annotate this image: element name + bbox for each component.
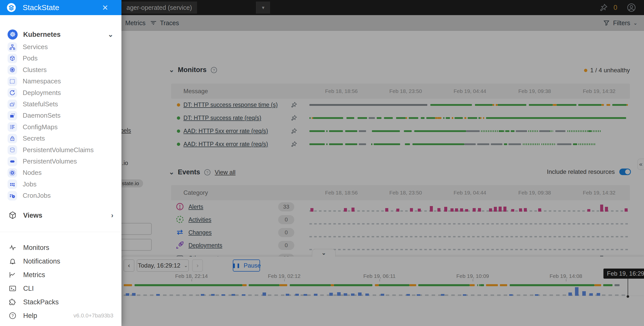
sidebar-item-label: Deployments	[23, 89, 61, 97]
views-cube-icon	[8, 210, 18, 220]
sidebar-item-label: Views	[23, 212, 42, 219]
chevron-down-icon: ⌄	[108, 30, 113, 39]
sidebar-item-nodes[interactable]: Nodes	[0, 167, 121, 178]
sidebar-item-label: Namespaces	[23, 77, 61, 85]
sidebar-item-daemonsets[interactable]: DaemonSets	[0, 110, 121, 121]
sidebar-item-deployments[interactable]: Deployments	[0, 87, 121, 99]
sidebar-item-namespaces[interactable]: Namespaces	[0, 76, 121, 87]
sidebar-item-cronjobs[interactable]: CronJobs	[0, 190, 121, 201]
bell-icon	[8, 256, 18, 266]
sidebar-item-label: Kubernetes	[23, 31, 61, 39]
sidebar-item-label: PersistentVolumeClaims	[23, 146, 94, 154]
sidebar-item-label: StatefulSets	[23, 100, 58, 108]
sidebar-item-cli[interactable]: CLI	[0, 282, 121, 295]
sidebar-item-persistentvolumes[interactable]: PersistentVolumes	[0, 156, 121, 167]
deployments-icon	[8, 88, 17, 97]
sidebar-item-notifications[interactable]: Notifications	[0, 254, 121, 268]
help-icon: ?	[8, 311, 18, 321]
sidebar-item-label: Monitors	[23, 244, 49, 252]
sidebar-item-label: CronJobs	[23, 192, 51, 200]
sidebar-item-label: Help	[23, 312, 37, 320]
sidebar-item-kubernetes[interactable]: ☸ Kubernetes ⌄	[0, 28, 121, 41]
close-drawer-button[interactable]: ✕	[102, 0, 108, 15]
sidebar-item-configmaps[interactable]: ConfigMaps	[0, 121, 121, 133]
sidebar-item-metrics[interactable]: Metrics	[0, 268, 121, 282]
chart-icon	[8, 270, 18, 280]
sidebar-item-views[interactable]: Views ›	[0, 209, 121, 222]
sidebar-item-label: DaemonSets	[23, 112, 60, 119]
sidebar-item-label: StackPacks	[23, 298, 59, 306]
sidebar-item-persistentvolumeclaims[interactable]: PersistentVolumeClaims	[0, 144, 121, 156]
pods-icon	[8, 54, 17, 63]
sidebar-item-label: Jobs	[23, 180, 37, 188]
sidebar-item-label: Services	[23, 43, 48, 51]
sidebar-item-monitors[interactable]: Monitors	[0, 241, 121, 254]
sidebar-item-stackpacks[interactable]: StackPacks	[0, 295, 121, 309]
daemonsets-icon	[8, 111, 17, 120]
sidebar-item-pods[interactable]: Pods	[0, 53, 121, 64]
close-icon: ✕	[102, 3, 108, 12]
navigation-drawer: StackState ✕ ☸ Kubernetes ⌄ ServicesPods…	[0, 0, 121, 326]
stackstate-logo-icon	[6, 2, 17, 13]
configmaps-icon	[8, 122, 17, 132]
sidebar-item-label: Clusters	[23, 66, 47, 74]
cronjobs-icon	[8, 191, 17, 201]
sidebar-item-label: Metrics	[23, 271, 45, 279]
drawer-title: StackState	[23, 3, 59, 12]
clusters-icon	[8, 65, 17, 75]
sidebar-item-label: Pods	[23, 54, 38, 62]
jobs-icon	[8, 179, 17, 189]
pvc-icon	[8, 145, 17, 155]
kubernetes-icon: ☸	[8, 29, 18, 40]
sidebar-item-label: ConfigMaps	[23, 123, 58, 131]
sidebar-item-services[interactable]: Services	[0, 41, 121, 53]
sidebar-item-jobs[interactable]: Jobs	[0, 179, 121, 190]
sidebar-item-label: Secrets	[23, 135, 45, 142]
svg-text:?: ?	[12, 314, 14, 318]
pulse-icon	[8, 243, 18, 253]
stackstate-app: ager-operated (service) ▾ 0 Metrics	[0, 0, 644, 326]
drawer-header: StackState ✕	[0, 0, 121, 15]
services-icon	[8, 42, 17, 52]
nodes-icon	[8, 168, 17, 178]
sidebar-item-label: CLI	[23, 285, 34, 292]
app-version: v6.0.0+7ba93b3	[74, 312, 113, 319]
puzzle-icon	[8, 297, 18, 307]
drawer-divider	[0, 232, 121, 232]
pv-icon	[8, 157, 17, 166]
secrets-icon	[8, 134, 17, 143]
sidebar-item-statefulsets[interactable]: StatefulSets	[0, 99, 121, 110]
sidebar-item-label: PersistentVolumes	[23, 157, 77, 165]
sidebar-item-secrets[interactable]: Secrets	[0, 133, 121, 144]
sidebar-item-label: Notifications	[23, 257, 60, 265]
chevron-right-icon: ›	[111, 212, 113, 219]
statefulsets-icon	[8, 100, 17, 109]
namespaces-icon	[8, 77, 17, 86]
terminal-icon	[8, 283, 18, 294]
sidebar-item-clusters[interactable]: Clusters	[0, 64, 121, 76]
sidebar-item-label: Nodes	[23, 169, 42, 177]
